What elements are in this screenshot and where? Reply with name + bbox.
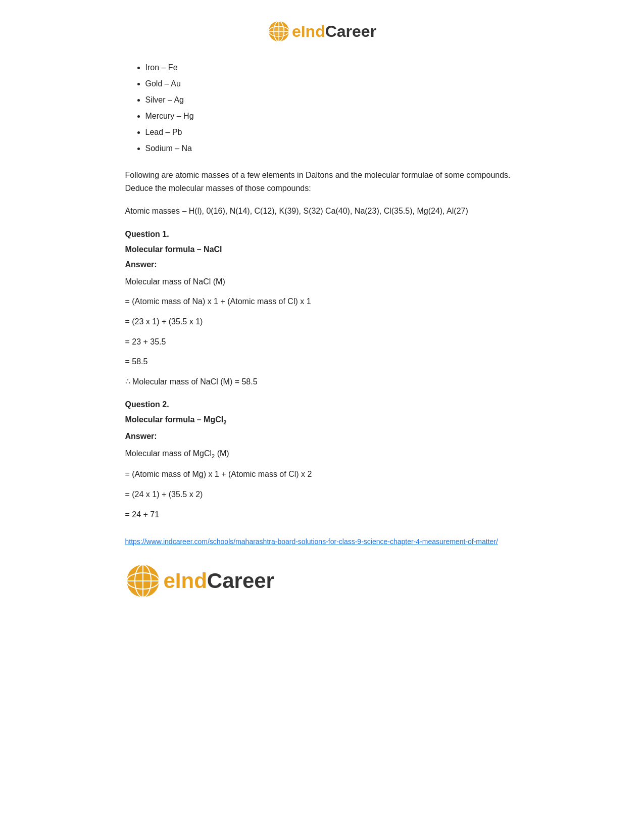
answer-label-1: Answer: — [125, 260, 519, 269]
footer-logo-text: eIndCareer — [164, 569, 274, 593]
header-logo-icon — [268, 20, 290, 42]
header-logo: eIndCareer — [125, 20, 519, 44]
math-step-2-0: Molecular mass of MgCl2 (M) — [125, 447, 519, 461]
math-step-1-2: = (23 x 1) + (35.5 x 1) — [125, 315, 519, 328]
subscript-2: 2 — [223, 420, 226, 426]
math-step-1-0: Molecular mass of NaCl (M) — [125, 275, 519, 288]
math-step-2-3: = 24 + 71 — [125, 508, 519, 521]
math-step-1-1: = (Atomic mass of Na) x 1 + (Atomic mass… — [125, 295, 519, 308]
question-2-section: Question 2. Molecular formula – MgCl2 An… — [125, 400, 519, 521]
question-1-section: Question 1. Molecular formula – NaCl Ans… — [125, 230, 519, 388]
therefore-1: ∴ Molecular mass of NaCl (M) = 58.5 — [125, 375, 519, 388]
svg-rect-5 — [273, 27, 285, 35]
list-item: Sodium – Na — [145, 140, 519, 157]
intro-paragraph: Following are atomic masses of a few ele… — [125, 169, 519, 194]
question-2-label: Question 2. — [125, 400, 519, 409]
logo-e: e — [292, 22, 301, 40]
molecular-formula-2: Molecular formula – MgCl2 — [125, 415, 519, 425]
logo-text: eIndCareer — [292, 22, 376, 41]
molecular-formula-1: Molecular formula – NaCl — [125, 245, 519, 254]
footer-logo-ind: Ind — [175, 569, 207, 593]
math-step-1-4: = 58.5 — [125, 355, 519, 368]
footer-logo-e: e — [164, 569, 175, 593]
list-item: Lead – Pb — [145, 124, 519, 140]
list-item: Silver – Ag — [145, 92, 519, 108]
list-item: Mercury – Hg — [145, 108, 519, 124]
footer-link-section: https://www.indcareer.com/schools/mahara… — [125, 536, 519, 547]
list-item: Iron – Fe — [145, 60, 519, 76]
list-item: Gold – Au — [145, 76, 519, 92]
logo-ind: Ind — [301, 22, 325, 40]
mol-formula-text: Molecular formula – MgCl2 — [125, 415, 227, 424]
logo-container: eIndCareer — [268, 20, 376, 42]
answer-label-2: Answer: — [125, 432, 519, 441]
footer-logo-career: Career — [207, 569, 274, 593]
elements-list: Iron – Fe Gold – Au Silver – Ag Mercury … — [145, 60, 519, 157]
mol-sub: 2 — [212, 453, 215, 459]
footer-logo-icon — [125, 563, 161, 599]
math-step-2-1: = (Atomic mass of Mg) x 1 + (Atomic mass… — [125, 468, 519, 481]
footer-link[interactable]: https://www.indcareer.com/schools/mahara… — [125, 537, 498, 546]
question-1-label: Question 1. — [125, 230, 519, 239]
footer-logo: eIndCareer — [125, 563, 274, 599]
math-step-1-3: = 23 + 35.5 — [125, 335, 519, 349]
page-wrapper: eIndCareer Iron – Fe Gold – Au Silver – … — [95, 0, 550, 621]
math-step-2-2: = (24 x 1) + (35.5 x 2) — [125, 488, 519, 501]
logo-career: Career — [325, 22, 376, 40]
atomic-masses-text: Atomic masses – H(l), 0(16), N(14), C(12… — [125, 205, 519, 218]
